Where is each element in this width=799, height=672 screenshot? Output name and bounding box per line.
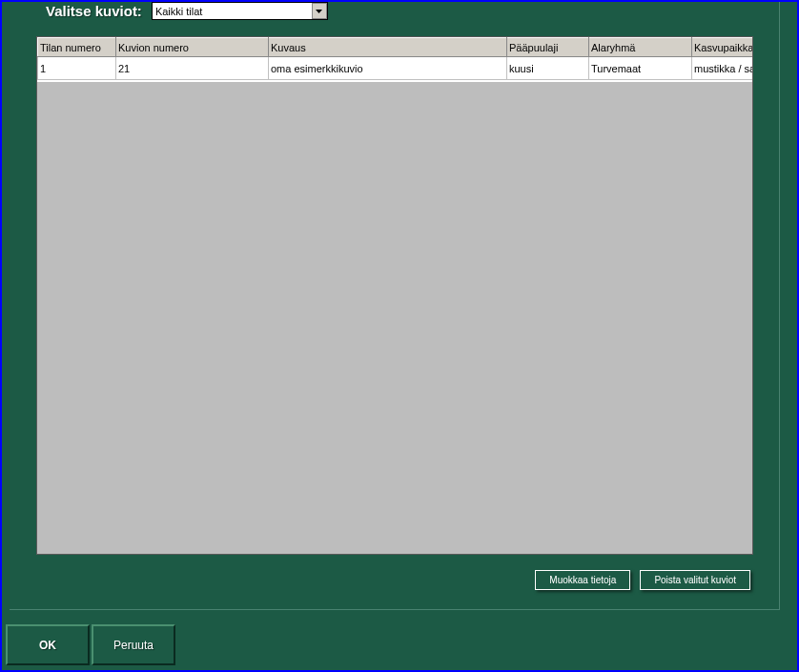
table-header-row: Tilan numero Kuvion numero Kuvaus Pääpuu… [38,38,754,57]
edit-button[interactable]: Muokkaa tietoja [535,570,630,590]
main-panel: Valitse kuviot: Kaikki tilat Tilan numer… [10,2,780,610]
cell-kuvion-numero[interactable]: 21 [116,57,269,80]
data-table-container: Tilan numero Kuvion numero Kuvaus Pääpuu… [36,36,753,555]
data-table[interactable]: Tilan numero Kuvion numero Kuvaus Pääpuu… [37,37,753,80]
header-kuvaus[interactable]: Kuvaus [269,38,507,57]
svg-marker-0 [316,10,322,13]
filter-label: Valitse kuviot: [46,3,142,19]
header-alaryhma[interactable]: Alaryhmä [589,38,692,57]
chevron-down-icon [312,3,327,19]
header-paapuulaji[interactable]: Pääpuulaji [507,38,589,57]
action-button-row: Muokkaa tietoja Poista valitut kuviot [535,570,750,590]
cell-paapuulaji[interactable]: kuusi [507,57,589,80]
header-kasvupaikka[interactable]: Kasvupaikka [692,38,754,57]
filter-selected-value: Kaikki tilat [155,6,203,17]
cell-tila-numero[interactable]: 1 [38,57,116,80]
filter-dropdown[interactable]: Kaikki tilat [152,2,328,20]
cell-alaryhma[interactable]: Turvemaat [589,57,692,80]
delete-selected-button[interactable]: Poista valitut kuviot [640,570,750,590]
header-kuvion-numero[interactable]: Kuvion numero [116,38,269,57]
header-tila-numero[interactable]: Tilan numero [38,38,116,57]
cell-kuvaus[interactable]: oma esimerkkikuvio [269,57,507,80]
filter-row: Valitse kuviot: Kaikki tilat [46,2,328,20]
cell-kasvupaikka[interactable]: mustikka / sa [692,57,754,80]
bottom-bar: OK Peruuta [4,621,799,668]
table-row[interactable]: 1 21 oma esimerkkikuvio kuusi Turvemaat … [38,57,754,80]
cancel-button[interactable]: Peruuta [92,624,175,665]
ok-button[interactable]: OK [6,624,90,665]
table-empty-area [37,82,752,554]
